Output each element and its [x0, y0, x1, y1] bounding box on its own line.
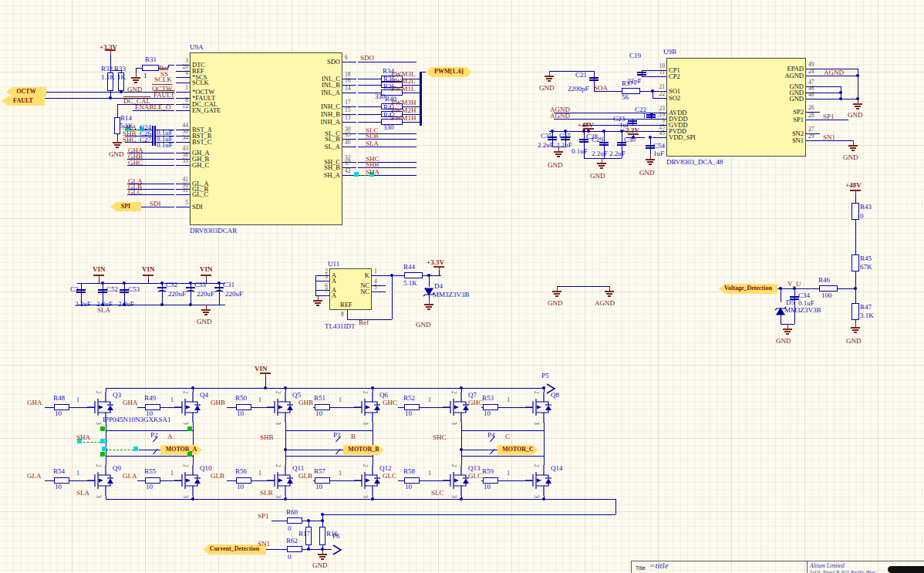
net-label[interactable]: A	[167, 433, 173, 440]
wire[interactable]	[358, 106, 381, 107]
net-label[interactable]: AGND	[550, 113, 570, 120]
wire[interactable]	[461, 456, 544, 457]
bus-wire[interactable]	[420, 72, 422, 126]
wire[interactable]	[544, 456, 545, 465]
value-label[interactable]: 2.2uF	[75, 301, 91, 308]
net-label[interactable]: GHB	[298, 399, 313, 406]
designator[interactable]: D5	[786, 299, 794, 306]
component-body-U9A[interactable]	[190, 52, 342, 225]
designator[interactable]: Q9	[113, 465, 121, 472]
selection-handle[interactable]	[100, 439, 105, 443]
resistor[interactable]	[819, 285, 838, 292]
net-label[interactable]: SLC	[431, 490, 444, 497]
designator[interactable]: R37	[622, 80, 633, 87]
designator[interactable]: C30	[624, 137, 636, 143]
power-label[interactable]: +3.3V	[427, 259, 444, 266]
net-label[interactable]: GHA	[123, 399, 138, 406]
designator[interactable]: Q6	[379, 392, 388, 399]
ground-label[interactable]: GND	[846, 338, 862, 345]
value-label[interactable]: 10	[484, 410, 491, 417]
designator[interactable]: R54	[53, 468, 65, 475]
selection-handle[interactable]	[187, 426, 192, 431]
wire[interactable]	[106, 456, 106, 465]
net-label[interactable]: GLC	[128, 189, 142, 196]
selection-handle[interactable]	[100, 452, 105, 457]
power-label[interactable]: VIN	[93, 266, 106, 273]
mosfet-Q12[interactable]	[354, 465, 380, 499]
pin[interactable]	[342, 93, 356, 93]
net-label[interactable]: GHB	[211, 399, 225, 406]
designator[interactable]: C54	[653, 143, 665, 150]
net-label[interactable]: SLA	[76, 490, 89, 497]
selection-handle[interactable]	[100, 426, 105, 431]
designator[interactable]: R17	[298, 531, 310, 538]
value-label[interactable]: 0.1uF	[572, 148, 588, 155]
designator[interactable]: Q14	[551, 465, 563, 472]
value-label[interactable]: 10	[237, 484, 244, 490]
value-label[interactable]: 10	[55, 410, 62, 417]
power-label[interactable]: +48V	[578, 122, 594, 129]
wire[interactable]	[820, 86, 841, 87]
value-label[interactable]: 5.1K	[403, 280, 417, 287]
ground-label[interactable]: GND	[843, 154, 858, 161]
designator[interactable]: R50	[235, 395, 247, 402]
designator[interactable]: R62	[286, 538, 298, 544]
net-label[interactable]: SLB	[260, 490, 273, 497]
net-label[interactable]: SHA	[366, 169, 379, 176]
pin[interactable]	[176, 92, 190, 93]
designator[interactable]: R44	[403, 264, 415, 271]
designator[interactable]: R60	[286, 509, 298, 516]
wire[interactable]	[461, 456, 462, 465]
component-ref[interactable]: U11	[328, 261, 339, 268]
wire[interactable]	[285, 430, 286, 456]
designator[interactable]: C53	[128, 286, 140, 293]
net-label[interactable]: SDI	[150, 201, 161, 207]
designator[interactable]: C29	[592, 137, 603, 143]
net-label[interactable]: SN1	[823, 134, 835, 141]
wire[interactable]	[106, 388, 545, 389]
port-fault[interactable]: FAULT	[2, 96, 45, 106]
net-label[interactable]: GLC	[383, 473, 396, 480]
resistor[interactable]	[851, 254, 859, 271]
mosfet-Q4[interactable]	[174, 392, 201, 426]
net-label[interactable]: SHB	[366, 161, 379, 168]
wire[interactable]	[285, 456, 286, 465]
value-label[interactable]: IPP045N10N3GXKSA1	[103, 416, 171, 423]
wire[interactable]	[45, 480, 54, 481]
value-label[interactable]: 10	[146, 484, 153, 490]
value-label[interactable]: 10	[55, 484, 62, 490]
net-label[interactable]: SDO	[360, 55, 374, 62]
ground-label[interactable]: GND	[539, 85, 555, 92]
value-label[interactable]: 0	[860, 213, 864, 220]
ground-label[interactable]: GND	[416, 322, 431, 329]
net-label[interactable]: Ref	[359, 319, 369, 326]
net-label[interactable]: C	[505, 433, 510, 440]
value-label[interactable]: 0.1uF	[798, 300, 814, 307]
designator[interactable]: C31	[223, 281, 234, 288]
value-label[interactable]: 220uF	[168, 291, 186, 298]
capacitor-plate[interactable]	[589, 79, 599, 81]
wire[interactable]	[358, 122, 381, 123]
net-label[interactable]: PWM2L	[391, 78, 416, 85]
net-label[interactable]: GHC	[383, 399, 397, 406]
wire[interactable]	[461, 430, 462, 456]
wire[interactable]	[358, 85, 381, 86]
wire[interactable]	[373, 456, 373, 465]
value-label[interactable]: 330	[375, 93, 386, 100]
wire[interactable]	[137, 407, 145, 408]
wire[interactable]	[820, 93, 841, 93]
net-label[interactable]: SLB	[366, 133, 379, 140]
net-label[interactable]: SP1	[823, 113, 835, 120]
value-label[interactable]: 220uF	[197, 291, 214, 298]
designator[interactable]: C32	[166, 281, 177, 288]
net-label[interactable]: GLB	[211, 473, 224, 480]
capacitor-plate[interactable]	[617, 144, 626, 146]
power-label[interactable]: +3.3V	[622, 127, 639, 134]
resistor[interactable]	[142, 65, 159, 71]
value-label[interactable]: 0.1uF	[157, 142, 173, 149]
selection-handle[interactable]	[354, 172, 359, 177]
pin[interactable]	[315, 281, 329, 281]
wire[interactable]	[855, 220, 856, 254]
designator[interactable]: R45	[860, 255, 872, 262]
ground-label[interactable]: AGND	[595, 300, 615, 307]
